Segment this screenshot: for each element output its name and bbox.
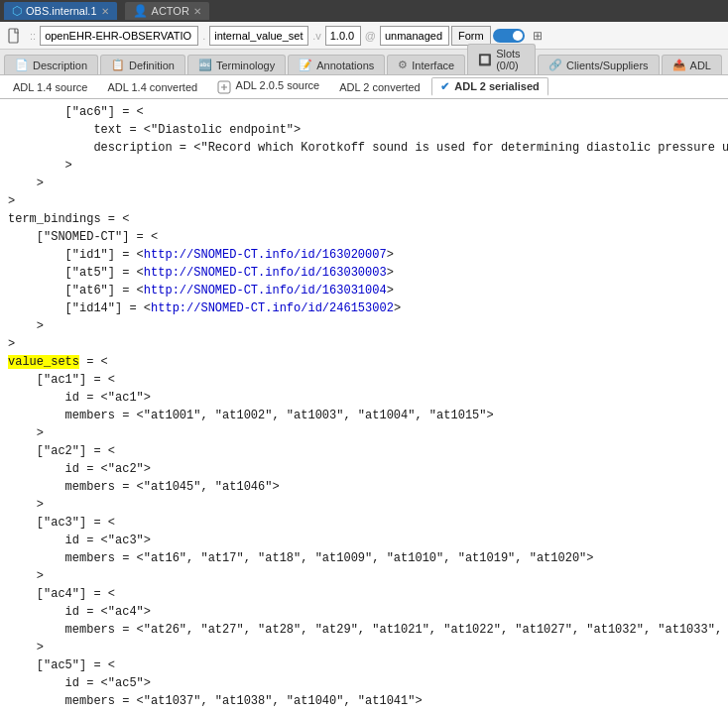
terminology-nav-icon: 🔤 [198, 59, 212, 71]
code-line: ["ac3"] = < [8, 514, 720, 532]
nav-tab-adl[interactable]: 📤 ADL [662, 55, 722, 74]
code-line: id = <"ac2"> [8, 460, 720, 478]
nav-tab-clients[interactable]: 🔗 Clients/Suppliers [538, 55, 660, 74]
code-line: ["at6"] = <http://SNOMED-CT.info/id/1630… [8, 282, 720, 299]
code-line: ["at5"] = <http://SNOMED-CT.info/id/1630… [8, 264, 720, 282]
nav-tab-clients-label: Clients/Suppliers [566, 60, 649, 71]
sub-tab-adl2conv-label: ADL 2 converted [339, 81, 421, 93]
file-toolbar-icon[interactable] [4, 25, 26, 47]
code-line: > [8, 710, 720, 714]
version-input[interactable] [325, 26, 361, 46]
code-line: ["ac1"] = < [8, 371, 720, 389]
actor-icon: 👤 [133, 4, 148, 18]
interface-nav-icon: ⚙ [398, 59, 408, 71]
code-editor[interactable]: ["ac6"] = < text = <"Diastolic endpoint"… [0, 99, 728, 714]
code-line: id = <"ac1"> [8, 389, 720, 407]
title-tab-obs-label: OBS.internal.1 [26, 5, 97, 17]
code-line: term_bindings = < [8, 210, 720, 228]
code-line: > [8, 335, 720, 353]
nav-tab-terminology[interactable]: 🔤 Terminology [187, 55, 286, 74]
definition-nav-icon: 📋 [111, 59, 125, 71]
main-content: ["ac6"] = < text = <"Diastolic endpoint"… [0, 99, 728, 714]
concept-input[interactable] [209, 26, 308, 46]
nav-tab-terminology-label: Terminology [216, 60, 275, 71]
toggle-pill[interactable] [493, 29, 525, 43]
nav-tab-annotations-label: Annotations [316, 60, 374, 71]
code-line: ["ac5"] = < [8, 656, 720, 674]
close-actor-icon[interactable]: ✕ [193, 6, 201, 17]
code-line: > [8, 192, 720, 210]
code-line: > [8, 424, 720, 442]
toolbar-sep2: . [200, 30, 207, 42]
code-line: text = <"Diastolic endpoint"> [8, 121, 720, 139]
archetype-id-input[interactable] [40, 26, 198, 46]
sub-tab-adl2conv[interactable]: ADL 2 converted [330, 78, 429, 96]
code-line: > [8, 496, 720, 514]
sub-tab-adl14src-label: ADL 1.4 source [13, 81, 87, 93]
sub-tab-adl2ser-label: ADL 2 serialised [454, 80, 539, 92]
nav-tab-adl-label: ADL [690, 60, 711, 71]
code-line: ["id1"] = <http://SNOMED-CT.info/id/1630… [8, 246, 720, 264]
code-content: ["ac6"] = < text = <"Diastolic endpoint"… [0, 103, 728, 714]
description-nav-icon: 📄 [15, 59, 29, 71]
title-tab-actor-label: ACTOR [152, 5, 189, 17]
sub-tab-adl205src-label: ADL 2.0.5 source [236, 79, 320, 91]
sub-tabs: ADL 1.4 source ADL 1.4 converted ADL 2.0… [0, 75, 728, 99]
nav-tab-description-label: Description [33, 60, 87, 71]
form-button[interactable]: Form [451, 26, 491, 46]
close-obs-icon[interactable]: ✕ [101, 6, 109, 17]
code-line: ["ac6"] = < [8, 103, 720, 121]
toggle-switch[interactable] [493, 26, 525, 46]
code-line: id = <"ac3"> [8, 532, 720, 549]
code-line: > [8, 317, 720, 335]
code-line: > [8, 175, 720, 192]
sub-tab-adl2ser[interactable]: ✔ ADL 2 serialised [431, 77, 548, 96]
code-line: members = <"at1045", "at1046"> [8, 478, 720, 496]
nav-tab-definition-label: Definition [129, 60, 175, 71]
clients-nav-icon: 🔗 [548, 59, 562, 71]
sub-tab-adl14conv-label: ADL 1.4 converted [107, 81, 197, 93]
checkmark-icon: ✔ [440, 80, 449, 92]
code-line: description = <"Record which Korotkoff s… [8, 139, 720, 157]
nav-tab-interface-label: Interface [412, 60, 454, 71]
adl-nav-icon: 📤 [672, 59, 686, 71]
code-line: members = <"at1001", "at1002", "at1003",… [8, 407, 720, 424]
nav-tab-annotations[interactable]: 📝 Annotations [288, 55, 385, 74]
code-line: members = <"at26", "at27", "at28", "at29… [8, 621, 720, 639]
code-line: > [8, 567, 720, 585]
nav-tab-slots[interactable]: 🔲 Slots (0/0) [467, 44, 536, 74]
code-line: ["ac4"] = < [8, 585, 720, 603]
code-line: id = <"ac4"> [8, 603, 720, 621]
nav-tab-description[interactable]: 📄 Description [4, 55, 98, 74]
code-line: > [8, 639, 720, 656]
toolbar-sep4: @ [363, 30, 378, 42]
code-line: > [8, 157, 720, 175]
code-line: value_sets = < [8, 353, 720, 371]
sub-tab-adl14conv[interactable]: ADL 1.4 converted [98, 78, 206, 96]
toolbar-sep3: .v [310, 30, 323, 42]
code-line: members = <"at1037", "at1038", "at1040",… [8, 692, 720, 710]
sub-tab-adl205src[interactable]: ADL 2.0.5 source [208, 76, 328, 96]
sub-tab-adl14src[interactable]: ADL 1.4 source [4, 78, 96, 96]
title-bar: ⬡ OBS.internal.1 ✕ 👤 ACTOR ✕ [0, 0, 728, 22]
code-line: id = <"ac5"> [8, 674, 720, 692]
nav-tabs: 📄 Description 📋 Definition 🔤 Terminology… [0, 50, 728, 75]
code-line: ["id14"] = <http://SNOMED-CT.info/id/246… [8, 299, 720, 317]
slots-nav-icon: 🔲 [478, 54, 492, 66]
toolbar: :: . .v @ Form ⊞ [0, 22, 728, 50]
nav-tab-interface[interactable]: ⚙ Interface [387, 55, 465, 74]
svg-rect-0 [9, 29, 18, 43]
obs-icon: ⬡ [12, 4, 22, 18]
nav-tab-definition[interactable]: 📋 Definition [100, 55, 185, 74]
annotations-nav-icon: 📝 [299, 59, 312, 71]
toolbar-sep1: :: [28, 30, 38, 42]
title-tab-obs[interactable]: ⬡ OBS.internal.1 ✕ [4, 2, 117, 20]
code-line: members = <"at16", "at17", "at18", "at10… [8, 549, 720, 567]
code-line: ["SNOMED-CT"] = < [8, 228, 720, 246]
code-line: ["ac2"] = < [8, 442, 720, 460]
status-input[interactable] [380, 26, 449, 46]
nav-tab-slots-label: Slots (0/0) [496, 48, 525, 71]
title-tab-actor[interactable]: 👤 ACTOR ✕ [125, 2, 209, 20]
